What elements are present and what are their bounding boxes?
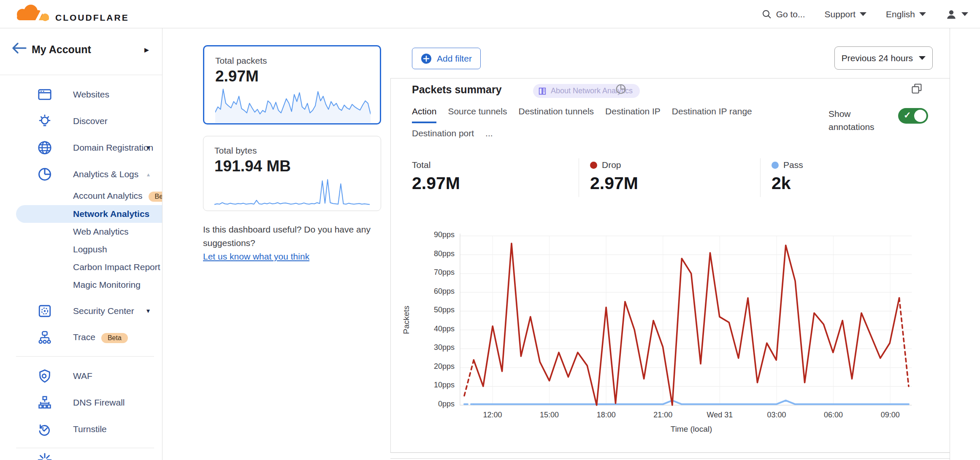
x-tick-label: 12:00 — [474, 411, 512, 419]
sidebar-item-network-analytics[interactable]: Network Analytics — [0, 205, 162, 223]
y-tick-label: 10pps — [407, 381, 455, 390]
goto-label: Go to... — [776, 9, 805, 19]
y-tick-label: 80pps — [407, 249, 455, 258]
sidebar-item-label: Analytics & Logs — [73, 169, 138, 179]
sidebar-item-logpush[interactable]: Logpush — [0, 241, 162, 258]
sidebar-item-dns-firewall[interactable]: DNS Firewall — [0, 389, 162, 416]
language-menu[interactable]: English — [886, 9, 926, 19]
stat-label: Pass — [783, 160, 803, 170]
brand-text: CLOUDFLARE — [55, 13, 129, 25]
goto-search[interactable]: Go to... — [762, 9, 805, 19]
sidebar-item-analytics-logs[interactable]: Analytics & Logs▴ — [0, 161, 162, 187]
y-axis-title: Packets — [402, 290, 411, 349]
time-range-label: Previous 24 hours — [842, 53, 913, 63]
stat-pass: Pass2k — [760, 158, 950, 197]
show-annotations-toggle[interactable]: ✓ — [898, 108, 928, 124]
time-range-dropdown[interactable]: Previous 24 hours — [834, 46, 933, 70]
tab-destination-port[interactable]: Destination port — [412, 128, 474, 145]
x-tick-label: 21:00 — [644, 411, 682, 419]
divider — [16, 448, 154, 448]
beta-badge: Beta — [101, 333, 128, 343]
packets-time-series-chart — [458, 232, 914, 409]
cloudflare-logo[interactable]: CLOUDFLARE — [8, 3, 129, 25]
sidebar-item-waf[interactable]: WAF — [0, 363, 162, 389]
sidebar-item-domain-registration[interactable]: Domain Registration▾ — [0, 134, 162, 161]
account-header: My Account ▸ — [0, 28, 162, 75]
book-icon — [538, 87, 547, 96]
plus-circle-icon — [421, 53, 432, 64]
support-label: Support — [825, 9, 856, 19]
sidebar-item-security-center[interactable]: Security Center▾ — [0, 298, 162, 324]
tab-destination-tunnels[interactable]: Destination tunnels — [518, 106, 594, 123]
sidebar: My Account ▸ WebsitesDiscoverDomain Regi… — [0, 28, 162, 460]
back-arrow-icon[interactable] — [11, 42, 28, 55]
divider — [0, 75, 162, 75]
tab-[interactable]: ... — [485, 128, 493, 145]
sidebar-item-turnstile[interactable]: Turnstile — [0, 416, 162, 442]
account-menu[interactable] — [945, 8, 968, 20]
beta-badge: Beta — [149, 192, 162, 202]
feedback-link[interactable]: Let us know what you think — [203, 250, 309, 263]
user-icon — [945, 8, 957, 20]
sidebar-item-label: Logpush — [73, 244, 107, 254]
show-annotations-label: Show annotations — [828, 107, 885, 133]
content-right-border — [950, 28, 950, 460]
tree-icon — [38, 395, 52, 410]
y-tick-label: 30pps — [407, 343, 455, 352]
panel-title: Packets summary — [412, 84, 502, 96]
sidebar-item-trace[interactable]: TraceBeta — [0, 324, 162, 351]
panel-bottom-border — [390, 452, 950, 453]
sidebar-item-carbon-impact-report[interactable]: Carbon Impact Report — [0, 258, 162, 276]
stat-value: 2k — [772, 173, 950, 193]
chevron-up-icon: ▴ — [147, 171, 150, 178]
sidebar-item-label: Carbon Impact Report — [73, 262, 160, 272]
total-bytes-card[interactable]: Total bytes 191.94 MB — [203, 136, 381, 211]
panel-top-border — [390, 78, 950, 78]
toggle-knob — [914, 110, 926, 122]
x-tick-label: 09:00 — [871, 411, 909, 419]
total-packets-title: Total packets — [215, 56, 369, 66]
stat-label: Total — [412, 160, 430, 170]
sidebar-item-label: Network Analytics — [73, 209, 149, 219]
sidebar-item-websites[interactable]: Websites — [0, 81, 162, 108]
sidebar-item-label: WAF — [73, 371, 92, 381]
total-packets-sparkline — [215, 85, 371, 124]
cloudflare-cloud-icon — [8, 3, 57, 25]
x-axis-title: Time (local) — [649, 425, 734, 434]
zero-trust-burst-icon[interactable] — [37, 452, 52, 460]
next-panel-top-border — [390, 458, 950, 459]
stats-row: Total2.97MDrop2.97MPass2k — [390, 158, 950, 197]
language-label: English — [886, 9, 915, 19]
chevron-down-icon: ▾ — [146, 143, 150, 152]
total-bytes-sparkline — [214, 175, 370, 208]
sidebar-item-label: Discover — [73, 116, 108, 126]
sidebar-item-label: Websites — [73, 89, 109, 100]
sidebar-item-web-analytics[interactable]: Web Analytics — [0, 223, 162, 241]
add-filter-button[interactable]: Add filter — [412, 48, 481, 69]
tab-action[interactable]: Action — [412, 106, 436, 123]
support-menu[interactable]: Support — [825, 9, 867, 19]
sidebar-item-label: Web Analytics — [73, 227, 129, 237]
tab-source-tunnels[interactable]: Source tunnels — [448, 106, 507, 123]
total-packets-card[interactable]: Total packets 2.97M — [203, 45, 381, 124]
safe-icon — [38, 304, 52, 318]
expand-panel-icon[interactable] — [911, 83, 923, 95]
sidebar-item-label: Security Center — [73, 306, 134, 316]
sidebar-item-magic-monitoring[interactable]: Magic Monitoring — [0, 276, 162, 294]
chevron-down-icon — [919, 56, 926, 60]
sidebar-item-account-analytics[interactable]: Account AnalyticsBeta — [0, 187, 162, 205]
check-icon: ✓ — [904, 110, 911, 120]
y-tick-label: 60pps — [407, 287, 455, 296]
x-tick-label: 18:00 — [587, 411, 625, 419]
refresh-check-icon — [38, 422, 52, 436]
tab-destination-ip[interactable]: Destination IP — [605, 106, 661, 123]
chevron-down-icon — [919, 12, 926, 16]
x-tick-label: 15:00 — [531, 411, 569, 419]
x-tick-label: 03:00 — [758, 411, 796, 419]
y-tick-label: 50pps — [407, 306, 455, 314]
chevron-right-icon[interactable]: ▸ — [144, 44, 149, 55]
tab-destination-ip-range[interactable]: Destination IP range — [672, 106, 752, 123]
sidebar-item-label: TraceBeta — [73, 332, 128, 343]
pass-legend-dot — [772, 162, 779, 169]
sidebar-item-discover[interactable]: Discover — [0, 108, 162, 134]
